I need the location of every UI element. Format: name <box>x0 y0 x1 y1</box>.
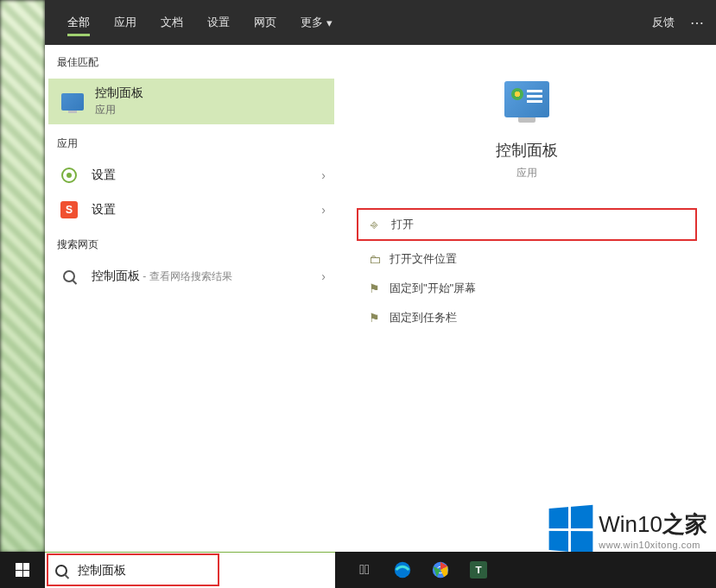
feedback-link[interactable]: 反馈 <box>652 15 675 30</box>
search-input[interactable] <box>78 564 325 578</box>
chevron-right-icon: › <box>321 168 326 182</box>
pin-icon: ⚑ <box>369 311 390 325</box>
result-web-search[interactable]: 控制面板 - 查看网络搜索结果 › <box>45 259 338 294</box>
tab-all[interactable]: 全部 <box>55 0 102 45</box>
tab-more[interactable]: 更多 ▾ <box>288 0 345 45</box>
result-title: 控制面板 <box>95 85 322 101</box>
section-web: 搜索网页 <box>45 227 338 259</box>
action-pin-taskbar[interactable]: ⚑ 固定到任务栏 <box>357 303 697 332</box>
section-apps: 应用 <box>45 126 338 158</box>
result-title: 设置 <box>92 168 321 183</box>
chevron-right-icon: › <box>321 203 326 217</box>
edge-icon[interactable] <box>392 560 413 580</box>
tab-web[interactable]: 网页 <box>242 0 288 45</box>
taskbar-search-box[interactable] <box>45 552 335 588</box>
action-label: 打开 <box>391 217 414 232</box>
detail-column: 控制面板 应用 ⎆ 打开 🗀 打开文件位置 ⚑ 固定到"开始"屏幕 <box>338 45 716 553</box>
taskbar-app-icon[interactable]: T <box>468 560 489 580</box>
action-open[interactable]: ⎆ 打开 <box>357 208 697 241</box>
detail-title: 控制面板 <box>357 140 697 161</box>
detail-panel: 控制面板 应用 ⎆ 打开 🗀 打开文件位置 ⚑ 固定到"开始"屏幕 <box>346 55 707 401</box>
result-title: 控制面板 - 查看网络搜索结果 <box>92 269 321 284</box>
result-settings-2[interactable]: S 设置 › <box>45 193 338 227</box>
search-icon <box>63 270 75 282</box>
more-options-icon[interactable]: ⋯ <box>690 15 706 31</box>
windows-start-icon <box>16 563 29 577</box>
tabs-header: 全部 应用 文档 设置 网页 更多 ▾ 反馈 ⋯ <box>45 0 716 45</box>
results-column: 最佳匹配 控制面板 应用 应用 设置 › S 设置 › 搜索网页 <box>45 45 338 553</box>
tab-apps[interactable]: 应用 <box>102 0 149 45</box>
detail-subtitle: 应用 <box>357 166 697 180</box>
chevron-down-icon: ▾ <box>326 16 333 29</box>
search-icon <box>55 565 67 577</box>
section-best-match: 最佳匹配 <box>45 45 338 77</box>
action-label: 固定到"开始"屏幕 <box>390 281 476 296</box>
chevron-right-icon: › <box>321 269 326 283</box>
action-label: 固定到任务栏 <box>390 310 457 326</box>
control-panel-large-icon <box>504 81 549 117</box>
action-list: ⎆ 打开 🗀 打开文件位置 ⚑ 固定到"开始"屏幕 ⚑ 固定到任务栏 <box>357 208 697 332</box>
action-label: 打开文件位置 <box>390 251 457 267</box>
desktop-background <box>0 0 45 553</box>
result-settings-1[interactable]: 设置 › <box>45 158 338 193</box>
task-view-button[interactable]: ▢⃞ <box>354 560 375 580</box>
action-pin-start[interactable]: ⚑ 固定到"开始"屏幕 <box>357 274 697 303</box>
result-subtitle: 应用 <box>95 103 322 117</box>
open-icon: ⎆ <box>371 218 391 231</box>
control-panel-icon <box>61 93 84 111</box>
svg-text:T: T <box>475 564 481 575</box>
action-open-location[interactable]: 🗀 打开文件位置 <box>357 244 697 274</box>
start-button[interactable] <box>0 552 45 588</box>
chrome-icon[interactable] <box>430 560 451 580</box>
taskbar: ▢⃞ T <box>0 552 716 588</box>
gear-icon <box>61 168 77 183</box>
search-panel: 全部 应用 文档 设置 网页 更多 ▾ 反馈 ⋯ 最佳匹配 控制面板 应用 应用 <box>45 0 716 553</box>
result-control-panel[interactable]: 控制面板 应用 <box>48 79 334 124</box>
tab-docs[interactable]: 文档 <box>149 0 195 45</box>
sogou-icon: S <box>60 201 78 218</box>
result-title: 设置 <box>92 202 321 218</box>
tab-more-label: 更多 <box>301 15 323 30</box>
tab-settings[interactable]: 设置 <box>195 0 242 45</box>
folder-icon: 🗀 <box>369 252 390 266</box>
pin-icon: ⚑ <box>369 281 390 295</box>
